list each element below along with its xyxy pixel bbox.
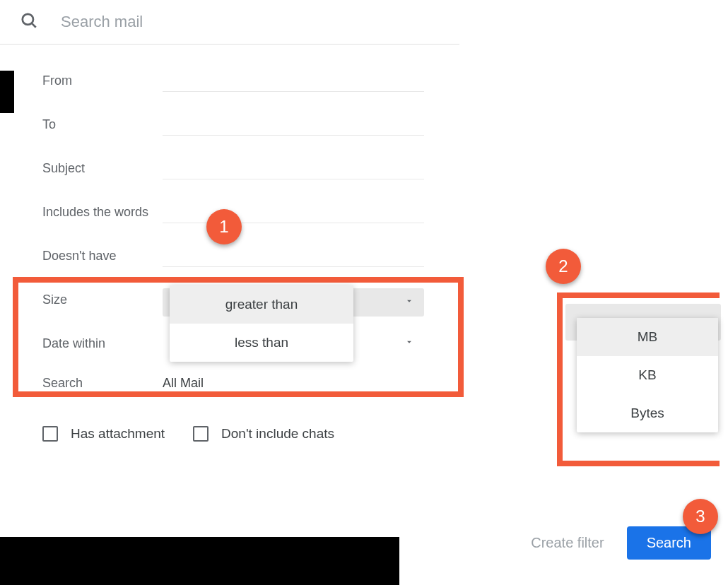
option-less-than[interactable]: less than — [170, 324, 353, 362]
redaction-strip — [0, 537, 399, 585]
search-icon — [20, 11, 38, 32]
size-label: Size — [42, 292, 163, 307]
dont-include-chats-label: Don't include chats — [221, 426, 334, 442]
has-attachment-checkbox[interactable]: Has attachment — [42, 426, 165, 442]
action-bar: Create filter Search — [531, 526, 711, 560]
from-label: From — [42, 73, 163, 88]
field-to: To — [42, 102, 424, 146]
includes-input[interactable] — [163, 201, 424, 223]
option-kb[interactable]: KB — [577, 356, 718, 394]
annotation-callout-3: 3 — [683, 499, 718, 534]
dont-include-chats-checkbox[interactable]: Don't include chats — [193, 426, 334, 442]
svg-line-1 — [32, 23, 35, 27]
advanced-search-panel: From To Subject Includes the words Doesn… — [0, 45, 452, 456]
date-label: Date within — [42, 336, 163, 351]
field-search-in: Search All Mail — [42, 365, 424, 401]
search-input-placeholder[interactable]: Search mail — [61, 13, 440, 31]
subject-label: Subject — [42, 161, 163, 176]
redaction-strip-left — [0, 71, 14, 113]
search-bar[interactable]: Search mail — [0, 0, 459, 45]
svg-point-0 — [23, 14, 33, 25]
size-comparator-dropdown[interactable]: greater than less than — [170, 285, 353, 362]
doesnt-input[interactable] — [163, 244, 424, 267]
checkbox-row: Has attachment Don't include chats — [42, 426, 424, 442]
searchin-value[interactable]: All Mail — [163, 376, 204, 391]
doesnt-label: Doesn't have — [42, 249, 163, 264]
annotation-callout-2: 2 — [546, 249, 581, 284]
option-mb[interactable]: MB — [577, 318, 718, 356]
to-input[interactable] — [163, 113, 424, 136]
checkbox-icon — [193, 426, 209, 442]
annotation-callout-1: 1 — [206, 209, 242, 244]
from-input[interactable] — [163, 69, 424, 92]
searchin-label: Search — [42, 376, 163, 391]
field-subject: Subject — [42, 146, 424, 190]
has-attachment-label: Has attachment — [71, 426, 165, 442]
subject-input[interactable] — [163, 157, 424, 179]
size-unit-panel: MB KB Bytes — [565, 304, 721, 341]
includes-label: Includes the words — [42, 205, 163, 220]
checkbox-icon — [42, 426, 58, 442]
to-label: To — [42, 117, 163, 132]
option-greater-than[interactable]: greater than — [170, 285, 353, 324]
chevron-down-icon — [404, 296, 414, 309]
create-filter-link[interactable]: Create filter — [531, 535, 604, 551]
field-from: From — [42, 59, 424, 102]
size-unit-dropdown[interactable]: MB KB Bytes — [577, 318, 718, 432]
chevron-down-icon — [404, 337, 414, 350]
option-bytes[interactable]: Bytes — [577, 394, 718, 432]
